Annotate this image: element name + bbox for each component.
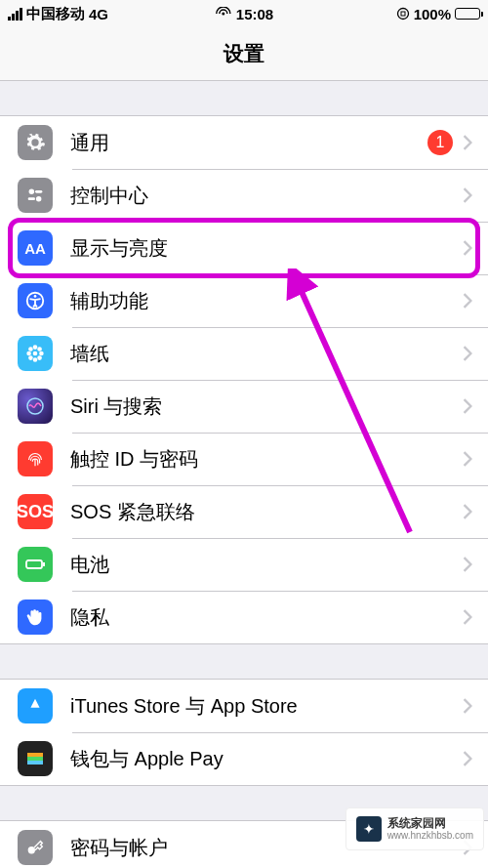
orientation-lock-icon [396,7,410,21]
row-sos[interactable]: SOS SOS 紧急联络 [0,485,488,538]
row-battery[interactable]: 电池 [0,538,488,591]
chevron-right-icon [463,187,472,203]
svg-point-0 [222,13,224,16]
row-wallet-applepay[interactable]: 钱包与 Apple Pay [0,732,488,785]
svg-rect-19 [26,560,42,568]
sos-icon: SOS [18,494,53,529]
row-control-center[interactable]: 控制中心 [0,169,488,222]
chevron-right-icon [463,135,472,150]
hand-icon [18,599,53,635]
row-label: Siri 与搜索 [70,393,463,420]
row-label: 触控 ID 与密码 [70,446,463,473]
svg-point-25 [28,847,35,853]
chevron-right-icon [463,751,472,766]
time-label: 15:08 [236,6,273,22]
svg-point-14 [28,347,33,351]
wallet-icon [18,741,53,776]
chevron-right-icon [463,557,472,572]
appstore-icon [18,688,53,723]
svg-rect-24 [27,761,43,765]
watermark-domain: www.hnzkhbsb.com [387,830,473,842]
key-icon [18,830,53,865]
text-size-icon: AA [18,230,53,266]
status-left: 中国移动 4G [8,5,108,23]
row-label: 显示与亮度 [70,235,463,262]
svg-point-3 [29,189,34,195]
row-accessibility[interactable]: 辅助功能 [0,274,488,327]
battery-percent: 100% [414,6,451,22]
svg-point-15 [37,347,42,351]
row-display-brightness[interactable]: AA 显示与亮度 [0,222,488,274]
svg-point-11 [33,357,38,362]
row-label: 电池 [70,552,463,578]
row-general[interactable]: 通用 1 [0,116,488,169]
accessibility-icon [18,283,53,318]
chevron-right-icon [463,698,472,714]
row-wallpaper[interactable]: 墙纸 [0,327,488,380]
settings-section-1: 通用 1 控制中心 AA 显示与亮度 辅助功能 墙纸 Siri 与搜索 触控 I… [0,115,488,644]
svg-rect-2 [401,12,405,16]
svg-point-8 [34,295,37,298]
svg-point-13 [39,351,44,356]
svg-point-10 [33,345,38,350]
nav-title-bar: 设置 [0,27,488,81]
row-label: 控制中心 [70,183,463,209]
battery-row-icon [18,547,53,582]
chevron-right-icon [463,346,472,361]
svg-rect-23 [27,757,43,761]
settings-section-2: iTunes Store 与 App Store 钱包与 Apple Pay [0,679,488,786]
svg-point-17 [37,355,42,360]
row-label: 辅助功能 [70,288,463,314]
notification-badge: 1 [427,130,453,155]
row-label: 墙纸 [70,341,463,367]
svg-point-1 [397,9,408,20]
row-label: 隐私 [70,604,463,631]
svg-rect-22 [27,753,43,757]
network-label: 4G [89,6,108,22]
row-touchid-passcode[interactable]: 触控 ID 与密码 [0,433,488,485]
svg-rect-6 [28,197,35,200]
battery-icon [455,8,480,20]
chevron-right-icon [463,504,472,519]
flower-icon [18,336,53,371]
row-label: SOS 紧急联络 [70,499,463,525]
svg-rect-4 [35,190,42,193]
row-label: 通用 [70,130,427,156]
signal-icon [8,8,22,21]
status-center: 15:08 [215,6,273,22]
svg-point-12 [26,351,31,356]
carrier-label: 中国移动 [26,5,85,23]
svg-point-9 [33,351,38,356]
page-title: 设置 [224,40,264,67]
status-right: 100% [396,6,480,22]
watermark-logo-icon: ✦ [356,816,382,842]
watermark-title: 系统家园网 [387,816,473,830]
status-bar: 中国移动 4G 15:08 100% [0,0,488,27]
sliders-icon [18,178,53,213]
gear-icon [18,125,53,160]
chevron-right-icon [463,451,472,467]
row-privacy[interactable]: 隐私 [0,591,488,643]
chevron-right-icon [463,398,472,414]
watermark: ✦ 系统家园网 www.hnzkhbsb.com [346,807,484,850]
row-itunes-appstore[interactable]: iTunes Store 与 App Store [0,680,488,732]
fingerprint-icon [18,441,53,476]
chevron-right-icon [463,240,472,256]
row-siri-search[interactable]: Siri 与搜索 [0,380,488,433]
svg-point-16 [28,355,33,360]
chevron-right-icon [463,609,472,625]
row-label: iTunes Store 与 App Store [70,693,463,720]
siri-icon [18,389,53,424]
hotspot-icon [215,7,232,21]
svg-rect-20 [43,562,45,566]
chevron-right-icon [463,293,472,309]
svg-point-5 [36,196,41,202]
row-label: 钱包与 Apple Pay [70,746,463,772]
